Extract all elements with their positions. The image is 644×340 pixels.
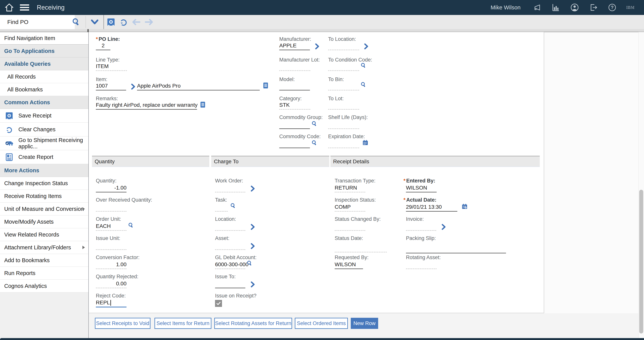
sidebar-item-unit-of-measure[interactable]: Unit of Measure and Conversion [0, 202, 88, 216]
transaction-type-field[interactable]: RETURN [335, 185, 365, 192]
pane-splitter-handle[interactable] [88, 29, 89, 32]
sidebar-item-run-reports[interactable]: Run Reports [0, 267, 88, 280]
line-type-field[interactable]: ITEM [96, 63, 127, 71]
invoice-field[interactable] [406, 223, 436, 231]
item-long-description-icon[interactable] [262, 82, 269, 89]
clear-changes-icon[interactable] [117, 15, 130, 29]
manufacturer-lot-field[interactable] [279, 63, 310, 71]
entered-by-input[interactable]: WILSON [406, 185, 436, 192]
remarks-input[interactable]: Faulty right AirPod, replace under warra… [96, 102, 197, 110]
sidebar-item-receive-rotating-items[interactable]: Receive Rotating Items [0, 190, 88, 202]
reports-chart-icon[interactable] [551, 2, 561, 12]
conversion-factor-field[interactable]: 1.00 [96, 262, 126, 269]
status-date-field[interactable] [335, 245, 387, 252]
profile-avatar-icon[interactable] [570, 2, 580, 12]
packing-slip-input[interactable] [406, 242, 506, 253]
work-order-detail-chevron-icon[interactable] [249, 185, 256, 192]
actual-date-calendar-icon[interactable] [461, 203, 468, 210]
issue-on-receipt-checkbox-checked-disabled[interactable] [215, 300, 222, 307]
to-condition-code-field[interactable] [328, 63, 359, 71]
issue-to-input[interactable] [215, 280, 245, 288]
manufacturer-detail-chevron-icon[interactable] [314, 43, 320, 50]
asset-detail-chevron-icon[interactable] [249, 243, 256, 249]
work-order-field[interactable] [215, 185, 245, 192]
select-ordered-items-button[interactable]: Select Ordered Items [295, 318, 348, 329]
find-record-input[interactable] [0, 15, 75, 29]
sidebar-item-all-records[interactable]: All Records [0, 70, 88, 83]
commodity-code-lookup-icon[interactable] [311, 140, 318, 146]
item-input[interactable]: 1007 [96, 83, 126, 90]
user-name[interactable]: Mike Wilson [491, 4, 520, 11]
to-location-field[interactable] [328, 42, 359, 50]
commodity-group-input[interactable] [279, 121, 310, 129]
sidebar-item-create-report[interactable]: Create Report [0, 150, 88, 164]
shelf-life-field[interactable] [328, 121, 359, 129]
select-receipts-to-void-button[interactable]: Select Receipts to Void [95, 318, 150, 329]
sign-out-icon[interactable] [588, 2, 598, 12]
hamburger-menu-icon[interactable] [20, 2, 30, 12]
sidebar-item-attachment-library[interactable]: Attachment Library/Folders [0, 241, 88, 254]
order-unit-field[interactable]: EACH [96, 223, 126, 231]
po-line-input[interactable]: 2 [96, 42, 110, 50]
save-icon[interactable] [105, 15, 117, 29]
item-description-input[interactable]: Apple AirPods Pro [137, 83, 260, 90]
task-lookup-icon[interactable] [230, 202, 236, 209]
invoice-detail-chevron-icon[interactable] [440, 224, 447, 230]
sidebar-item-save-receipt[interactable]: Save Receipt [0, 109, 88, 123]
new-row-button[interactable]: New Row [351, 318, 378, 329]
reject-code-input-focused[interactable]: REPL [96, 300, 126, 308]
sidebar-item-goto-shipment-receiving[interactable]: Go to Shipment Receiving applic... [0, 136, 88, 150]
item-detail-chevron-icon[interactable] [130, 83, 136, 90]
find-navigation-input[interactable] [0, 32, 88, 45]
actual-date-input[interactable]: 29/01/21 13:30 [406, 204, 457, 212]
previous-record-icon[interactable] [130, 15, 142, 29]
sidebar-group-more-actions[interactable]: More Actions [0, 164, 88, 177]
sidebar-item-cognos-analytics[interactable]: Cognos Analytics [0, 280, 88, 292]
location-field[interactable] [215, 223, 245, 231]
home-icon[interactable] [4, 2, 14, 12]
select-items-for-return-button[interactable]: Select Items for Return [154, 318, 212, 329]
to-lot-field[interactable] [328, 102, 359, 110]
quantity-input[interactable]: -1.00 [96, 185, 126, 192]
requested-by-input[interactable]: WILSON [335, 262, 363, 269]
select-rotating-assets-for-return-button[interactable]: Select Rotating Assets for Return [214, 318, 292, 329]
sidebar-item-view-related-records[interactable]: View Related Records [0, 228, 88, 241]
over-received-quantity-field[interactable] [96, 204, 126, 212]
location-detail-chevron-icon[interactable] [249, 224, 256, 230]
rotating-asset-field[interactable] [406, 262, 436, 269]
to-bin-lookup-icon[interactable] [360, 82, 367, 88]
issue-unit-field[interactable] [96, 242, 126, 250]
gl-debit-account-field[interactable]: 6000-300-000 [215, 262, 245, 269]
manufacturer-input[interactable]: APPLE [279, 42, 310, 50]
category-field[interactable]: STK [279, 102, 310, 110]
commodity-group-lookup-icon[interactable] [311, 120, 318, 127]
to-location-detail-chevron-icon[interactable] [363, 43, 369, 50]
next-record-icon[interactable] [142, 15, 155, 29]
order-unit-lookup-icon[interactable] [128, 222, 134, 229]
issue-to-detail-chevron-icon[interactable] [249, 281, 256, 288]
model-input[interactable] [279, 83, 310, 90]
sidebar-item-move-modify-assets[interactable]: Move/Modify Assets [0, 216, 88, 228]
vertical-scrollbar-thumb[interactable] [639, 190, 643, 334]
help-icon[interactable]: ? [607, 2, 617, 12]
to-condition-code-lookup-icon[interactable] [360, 62, 367, 69]
remarks-long-description-icon[interactable] [200, 102, 206, 108]
expiration-date-field[interactable] [328, 140, 359, 148]
search-icon[interactable] [68, 15, 84, 29]
status-changed-by-field[interactable] [335, 223, 365, 231]
commodity-code-input[interactable] [279, 140, 310, 148]
expiration-date-calendar-icon[interactable] [362, 139, 368, 146]
announcement-icon[interactable] [532, 2, 542, 12]
task-field[interactable] [215, 204, 228, 212]
inspection-status-field[interactable]: COMP [335, 204, 365, 212]
sidebar-item-clear-changes[interactable]: Clear Changes [0, 123, 88, 136]
asset-field[interactable] [215, 242, 245, 250]
query-chevron-down-icon[interactable] [86, 15, 103, 29]
sidebar-group-common-actions[interactable]: Common Actions [0, 96, 88, 109]
sidebar-item-all-bookmarks[interactable]: All Bookmarks [0, 83, 88, 96]
sidebar-group-queries[interactable]: Available Queries [0, 58, 88, 70]
quantity-rejected-field[interactable]: 0.00 [96, 280, 126, 288]
sidebar-group-goto[interactable]: Go To Applications [0, 45, 88, 58]
sidebar-item-add-to-bookmarks[interactable]: Add to Bookmarks [0, 254, 88, 267]
gl-debit-account-lookup-icon[interactable] [246, 260, 253, 266]
